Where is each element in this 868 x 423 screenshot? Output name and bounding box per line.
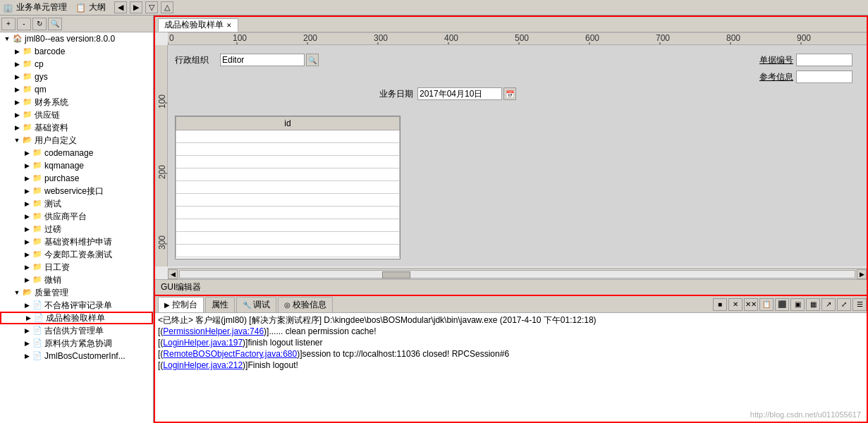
tab-validate[interactable]: ◎ 校验信息 xyxy=(278,297,333,312)
console-link-5[interactable]: LoginHelper.java:212 xyxy=(163,360,243,370)
h-scrollbar-track[interactable] xyxy=(179,270,855,278)
tree-item-gongyingshang[interactable]: ▶ 📁 供应商平台 xyxy=(0,210,153,223)
tree-item-weixiao[interactable]: ▶ 📁 微销 xyxy=(0,274,153,286)
tree-root[interactable]: ▼ 🏠 jml80--eas version:8.0.0 xyxy=(0,32,153,45)
h-scrollbar-thumb[interactable] xyxy=(382,271,410,278)
console-text-1: <已终止> 客户端(jml80) [解决方案测试程序] D:\kingdee\b… xyxy=(158,315,597,325)
console-toolbar-btn10[interactable]: ☰ xyxy=(852,298,867,311)
svg-text:900: 900 xyxy=(797,33,811,43)
xingzheng-picker-btn[interactable]: 🔍 xyxy=(306,54,319,66)
console-toolbar-btn3[interactable]: ✕✕ xyxy=(744,298,758,311)
riri-icon: 📁 xyxy=(32,262,42,272)
codemanage-toggle[interactable]: ▶ xyxy=(23,149,31,157)
scroll-right-btn[interactable]: ▶ xyxy=(857,269,867,279)
yewuriqi-input[interactable] xyxy=(417,87,502,100)
nav-btn-1[interactable]: ◀ xyxy=(114,1,127,13)
tree-item-jichuziliao[interactable]: ▶ 📁 基础资料 xyxy=(0,121,153,134)
yewuriqi-calendar-btn[interactable]: 📅 xyxy=(503,87,516,100)
tree-item-qm[interactable]: ▶ 📁 qm xyxy=(0,83,153,96)
tree-collapse-btn[interactable]: - xyxy=(17,18,31,30)
console-toolbar-btn7[interactable]: ▦ xyxy=(806,298,820,311)
cp-toggle[interactable]: ▶ xyxy=(13,60,21,68)
console-link-3[interactable]: LoginHelper.java:197 xyxy=(163,338,243,348)
gongyingshang-toggle[interactable]: ▶ xyxy=(23,212,31,221)
tree-item-riri[interactable]: ▶ 📁 日工资 xyxy=(0,261,153,274)
tree-item-webservice[interactable]: ▶ 📁 webservice接口 xyxy=(0,185,153,197)
jichuziliao-toggle[interactable]: ▶ xyxy=(13,123,21,132)
tree-item-yonghuzidingyi[interactable]: ▼ 📂 用户自定义 xyxy=(0,134,153,147)
tree-item-guocheng[interactable]: ▶ 📁 过磅 xyxy=(0,223,153,235)
tree-item-jml80customer[interactable]: ▶ 📄 JmlBosCustomerInf... xyxy=(0,350,153,362)
riri-toggle[interactable]: ▶ xyxy=(23,263,31,271)
xingzheng-input[interactable] xyxy=(220,54,305,66)
tree-item-purchase[interactable]: ▶ 📁 purchase xyxy=(0,172,153,185)
svg-text:100: 100 xyxy=(157,94,167,109)
console-line-3: [(LoginHelper.java:197)]finish logout li… xyxy=(158,337,864,348)
chengpin-toggle[interactable]: ▶ xyxy=(24,314,32,322)
tree-expand-btn[interactable]: + xyxy=(1,18,16,30)
tree-item-jinmailang[interactable]: ▶ 📁 今麦郎工资条测试 xyxy=(0,248,153,261)
tab-console[interactable]: ▶ 控制台 xyxy=(158,297,204,312)
tree-item-jichuziliao2[interactable]: ▶ 📁 基础资料维护申请 xyxy=(0,235,153,248)
gongying-toggle[interactable]: ▶ xyxy=(23,326,31,335)
tab-chengpin[interactable]: 成品检验取样单 ✕ xyxy=(158,18,238,32)
jinmailang-toggle[interactable]: ▶ xyxy=(23,250,31,259)
console-link-2[interactable]: PermissionHelper.java:746 xyxy=(163,326,264,336)
gys-toggle[interactable]: ▶ xyxy=(13,73,21,81)
webservice-toggle[interactable]: ▶ xyxy=(23,187,31,195)
tree-item-gys[interactable]: ▶ 📁 gys xyxy=(0,70,153,83)
console-toolbar-btn2[interactable]: ✕ xyxy=(728,298,742,311)
tree-item-cp[interactable]: ▶ 📁 cp xyxy=(0,58,153,70)
qm-toggle[interactable]: ▶ xyxy=(13,85,21,94)
caiwu-toggle[interactable]: ▶ xyxy=(13,98,21,106)
console-toolbar-btn5[interactable]: ⬛ xyxy=(775,298,789,311)
tree-item-barcode[interactable]: ▶ 📁 barcode xyxy=(0,45,153,58)
console-toolbar-btn9[interactable]: ⤢ xyxy=(837,298,851,311)
tree-search-btn[interactable]: 🔍 xyxy=(48,18,62,30)
kqmanage-toggle[interactable]: ▶ xyxy=(23,161,31,170)
tab-close-btn[interactable]: ✕ xyxy=(226,22,232,29)
weixiao-toggle[interactable]: ▶ xyxy=(23,276,31,284)
tab-debug[interactable]: 🔧 调试 xyxy=(236,297,276,312)
tree-item-yuanliao[interactable]: ▶ 📄 原料供方紧急协调 xyxy=(0,337,153,350)
tree-item-chengpin[interactable]: ▶ 📄 成品检验取样单 xyxy=(0,312,153,324)
gongyilian-toggle[interactable]: ▶ xyxy=(13,111,21,119)
debug-tab-label: 调试 xyxy=(253,299,270,311)
nav-btn-2[interactable]: ▶ xyxy=(130,1,142,13)
console-area[interactable]: <已终止> 客户端(jml80) [解决方案测试程序] D:\kingdee\b… xyxy=(155,313,867,422)
buhege-toggle[interactable]: ▶ xyxy=(23,301,31,309)
yuanliao-toggle[interactable]: ▶ xyxy=(23,339,31,348)
tree-item-gongying[interactable]: ▶ 📄 吉信供方管理单 xyxy=(0,324,153,337)
tree-item-zhiliang[interactable]: ▼ 📂 质量管理 xyxy=(0,286,153,299)
tree-item-ceshi[interactable]: ▶ 📁 测试 xyxy=(0,197,153,210)
svg-text:500: 500 xyxy=(515,33,529,43)
yonghuzidingyi-toggle[interactable]: ▼ xyxy=(13,136,21,145)
console-toolbar-btn6[interactable]: ▣ xyxy=(790,298,805,311)
scroll-left-btn[interactable]: ◀ xyxy=(168,269,178,279)
nav-btn-3[interactable]: ▽ xyxy=(145,1,158,13)
jichuziliao2-toggle[interactable]: ▶ xyxy=(23,238,31,246)
tree-item-kqmanage[interactable]: ▶ 📁 kqmanage xyxy=(0,159,153,172)
dandanbianhao-input[interactable] xyxy=(796,54,852,66)
guocheng-toggle[interactable]: ▶ xyxy=(23,225,31,233)
gongyilian-icon: 📁 xyxy=(23,110,32,120)
tree-item-codemanage[interactable]: ▶ 📁 codemanage xyxy=(0,147,153,159)
ceshi-toggle[interactable]: ▶ xyxy=(23,200,31,208)
console-toolbar-btn8[interactable]: ↗ xyxy=(821,298,836,311)
tree-item-buhege[interactable]: ▶ 📄 不合格评审记录单 xyxy=(0,299,153,312)
barcode-toggle[interactable]: ▶ xyxy=(13,47,21,56)
zhiliang-toggle[interactable]: ▼ xyxy=(13,288,21,297)
tree-refresh-btn[interactable]: ↻ xyxy=(32,18,47,30)
cankao-input[interactable] xyxy=(796,70,852,83)
tree-item-caiwu[interactable]: ▶ 📁 财务系统 xyxy=(0,96,153,109)
purchase-toggle[interactable]: ▶ xyxy=(23,174,31,183)
console-link-4[interactable]: RemoteBOSObjectFactory.java:680 xyxy=(163,349,297,359)
console-toolbar-btn1[interactable]: ■ xyxy=(713,298,727,311)
nav-btn-4[interactable]: △ xyxy=(161,1,173,13)
root-toggle[interactable]: ▼ xyxy=(3,35,11,43)
cp-icon: 📁 xyxy=(23,59,32,69)
tree-item-gongyilian[interactable]: ▶ 📁 供应链 xyxy=(0,109,153,121)
jml80customer-toggle[interactable]: ▶ xyxy=(23,352,31,360)
console-toolbar-btn4[interactable]: 📋 xyxy=(759,298,774,311)
tab-attrs[interactable]: 属性 xyxy=(205,297,235,312)
